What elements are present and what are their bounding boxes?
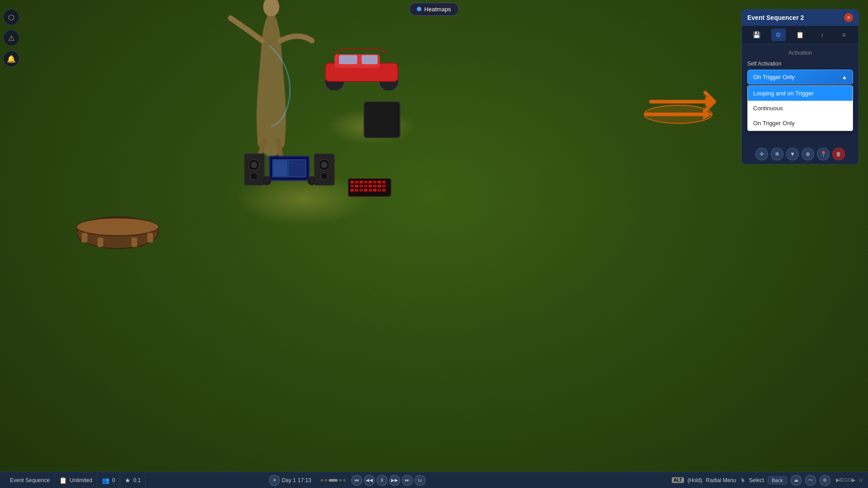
- map-icon: ⬡: [8, 13, 14, 22]
- game-world: [0, 0, 868, 488]
- branding-label: ▶IEGO▶: [836, 477, 856, 483]
- svg-rect-32: [350, 181, 354, 183]
- delete-icon: 🗑: [836, 151, 841, 157]
- svg-rect-4: [97, 237, 104, 247]
- back-button[interactable]: Back: [768, 476, 787, 484]
- svg-rect-33: [355, 181, 359, 183]
- pause-ctrl[interactable]: ⏸: [377, 475, 387, 486]
- svg-rect-36: [368, 181, 372, 183]
- event-sequencer-panel: Event Sequencer 2 × 💾 ⚙ 📋 ♪ ≡ Activation…: [741, 9, 859, 164]
- svg-rect-44: [368, 185, 372, 188]
- svg-rect-46: [377, 185, 381, 188]
- music-icon: ♪: [821, 31, 824, 38]
- svg-rect-35: [364, 181, 368, 183]
- unlimited-label: Unlimited: [70, 477, 92, 483]
- panel-expand-btn[interactable]: ⊕: [802, 148, 814, 160]
- svg-rect-22: [289, 160, 305, 176]
- trigger-dropdown-selected: On Trigger Only: [753, 74, 795, 80]
- expand-icon: ⊕: [806, 151, 810, 157]
- rewind-ctrl[interactable]: ◀◀: [364, 475, 375, 486]
- radial-menu-label: Radial Menu: [706, 477, 736, 483]
- wind-btn[interactable]: 〜: [805, 475, 816, 486]
- star-section: ★ 0.1: [120, 472, 146, 488]
- freeze-icon: ❄: [775, 151, 779, 157]
- playback-controls: ☀ Day 1 17:13 ⏮ ◀◀ ⏸ ▶▶ ⏭ 1x: [269, 475, 425, 486]
- heatmaps-button[interactable]: Heatmaps: [409, 3, 458, 16]
- dropdown-option-trigger[interactable]: On Trigger Only: [748, 116, 853, 131]
- speakers-object[interactable]: [244, 149, 344, 185]
- option-continuous-label: Continuous: [753, 105, 783, 112]
- day-label: Day 1: [282, 477, 296, 483]
- panel-title: Event Sequencer 2: [747, 14, 804, 21]
- star-icon: ★: [125, 477, 131, 484]
- event-sequence-label: Event Sequence: [10, 477, 50, 483]
- tambourine-object[interactable]: [72, 208, 163, 249]
- bell-icon: 🔔: [7, 55, 16, 63]
- svg-rect-48: [350, 189, 354, 192]
- panel-location-btn[interactable]: 📍: [817, 148, 830, 160]
- arrow-annotation-2: [642, 103, 723, 127]
- dropdown-option-continuous[interactable]: Continuous: [748, 101, 853, 116]
- car-object[interactable]: [316, 45, 398, 86]
- svg-rect-47: [382, 185, 386, 188]
- svg-rect-51: [364, 189, 368, 192]
- svg-rect-37: [373, 181, 377, 183]
- dropdown-option-looping[interactable]: Looping and on Trigger: [748, 86, 853, 101]
- svg-rect-3: [81, 233, 88, 243]
- svg-rect-34: [359, 181, 363, 183]
- skip-back-ctrl[interactable]: ⏮: [351, 475, 362, 486]
- sidebar-bell-btn[interactable]: 🔔: [3, 51, 19, 67]
- tab-save[interactable]: 💾: [749, 28, 764, 41]
- svg-rect-11: [339, 55, 357, 64]
- panel-body: Activation Self Activation On Trigger On…: [742, 44, 859, 90]
- panel-move-btn[interactable]: ✛: [755, 148, 768, 160]
- panel-freeze-btn[interactable]: ❄: [771, 148, 783, 160]
- svg-point-16: [251, 162, 257, 168]
- svg-point-30: [309, 178, 315, 183]
- creature-object[interactable]: [226, 0, 316, 158]
- svg-rect-43: [364, 185, 368, 188]
- event-sequence-section: Event Sequence: [5, 472, 55, 488]
- sidebar-alert-btn[interactable]: ⚠: [3, 30, 19, 46]
- svg-rect-21: [274, 160, 287, 176]
- remote-object[interactable]: [348, 178, 389, 197]
- terrain-btn[interactable]: ⛰: [791, 475, 802, 486]
- option-trigger-label: On Trigger Only: [753, 120, 795, 127]
- skip-forward-ctrl[interactable]: ⏭: [402, 475, 413, 486]
- sidebar-map-btn[interactable]: ⬡: [3, 9, 19, 25]
- tab-copy[interactable]: 📋: [793, 28, 807, 41]
- tab-music[interactable]: ♪: [815, 28, 829, 41]
- svg-rect-5: [131, 237, 137, 247]
- speed-ctrl[interactable]: 1x: [415, 475, 425, 486]
- svg-rect-45: [373, 185, 377, 188]
- subwoofer-object[interactable]: [362, 99, 402, 142]
- option-looping-label: Looping and on Trigger: [753, 90, 814, 97]
- alert-icon: ⚠: [8, 34, 14, 42]
- left-sidebar: ⬡ ⚠ 🔔: [0, 0, 23, 488]
- tab-list[interactable]: ≡: [837, 28, 851, 41]
- panel-bottom-icons: ✛ ❄ ▼ ⊕ 📍 🗑: [742, 144, 859, 164]
- svg-rect-12: [362, 55, 377, 64]
- panel-delete-btn[interactable]: 🗑: [832, 148, 845, 160]
- time-label: 17:13: [298, 477, 311, 483]
- svg-rect-42: [359, 185, 363, 188]
- svg-point-62: [644, 105, 712, 123]
- settings-btn[interactable]: ⚙: [820, 475, 830, 486]
- trigger-dropdown[interactable]: On Trigger Only ▲: [747, 70, 853, 84]
- svg-rect-39: [382, 181, 386, 183]
- panel-close-button[interactable]: ×: [844, 13, 853, 22]
- dropdown-arrow-icon: ▲: [842, 74, 847, 80]
- svg-point-25: [321, 162, 327, 168]
- svg-point-28: [264, 178, 269, 183]
- panel-down-btn[interactable]: ▼: [786, 148, 799, 160]
- game-logo: R: [859, 478, 863, 483]
- tab-settings[interactable]: ⚙: [771, 28, 786, 41]
- svg-point-2: [77, 219, 158, 235]
- svg-rect-50: [359, 189, 363, 192]
- gear-icon: ⚙: [775, 31, 781, 38]
- fast-forward-ctrl[interactable]: ▶▶: [389, 475, 400, 486]
- svg-rect-55: [382, 189, 386, 192]
- list-icon: ≡: [842, 31, 846, 38]
- move-icon: ✛: [760, 151, 764, 157]
- svg-rect-38: [377, 181, 381, 183]
